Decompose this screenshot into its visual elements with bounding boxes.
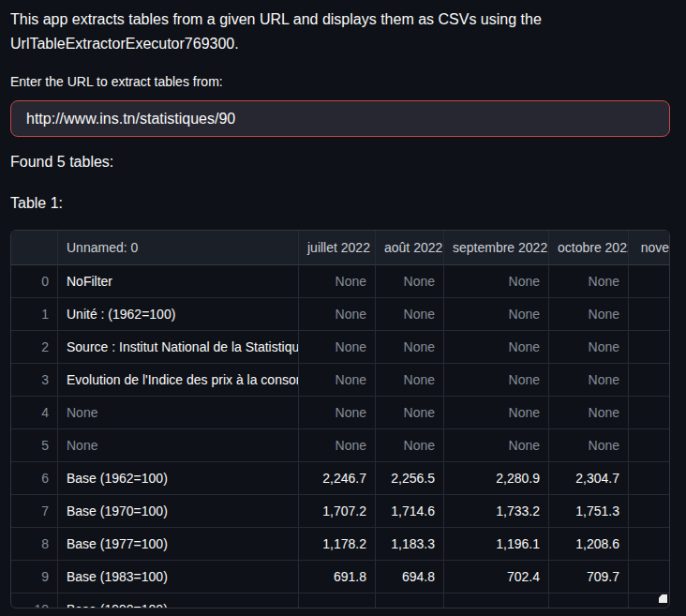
table-cell[interactable]: None [549,364,629,397]
table-cell[interactable]: 9 [11,561,58,593]
table-cell[interactable]: None [549,429,629,462]
table-cell[interactable]: 1,196.1 [444,528,549,561]
table-cell[interactable]: NoFilter [58,265,299,298]
table-cell[interactable]: 1,751.3 [549,495,629,528]
table-row: 2Source : Institut National de la Statis… [11,331,669,364]
table-row: 3Evolution de l'Indice des prix à la con… [11,364,669,397]
table-cell[interactable]: 1,733.2 [444,495,549,528]
table-cell[interactable]: None [376,364,444,397]
url-input[interactable] [10,100,670,137]
table-cell[interactable] [376,593,444,608]
column-header[interactable]: juillet 2022 [299,231,376,265]
table-cell[interactable]: 702.4 [444,561,549,593]
table-cell[interactable]: 10 [11,593,58,608]
table-row: 0NoFilterNoneNoneNoneNone [11,265,669,298]
url-input-label: Enter the URL to extract tables from: [10,73,223,90]
table-cell[interactable]: 1,714.6 [376,495,444,528]
table-row: 10Base (1990=100) [11,593,669,608]
column-header[interactable] [11,231,58,265]
table-row: 7Base (1970=100)1,707.21,714.61,733.21,7… [11,495,669,528]
table-caption: Table 1: [10,194,63,212]
table-cell[interactable]: 1,707.2 [299,495,376,528]
table-cell[interactable]: None [376,331,444,364]
app-content: This app extracts tables from a given UR… [10,0,670,616]
column-header[interactable]: Unnamed: 0 [58,231,299,265]
table-cell[interactable]: None [299,331,376,364]
table-cell[interactable]: Base (1990=100) [58,593,299,608]
found-tables-text: Found 5 tables: [10,153,113,171]
table-cell[interactable]: 5 [11,429,58,462]
table-cell[interactable]: 1,178.2 [299,528,376,561]
table-header-row: Unnamed: 0juillet 2022août 2022septembre… [11,231,669,265]
table-cell[interactable] [629,528,670,561]
table-cell[interactable]: 2,256.5 [376,462,444,495]
table-cell[interactable]: Source : Institut National de la Statist… [58,331,299,364]
table-cell[interactable]: Evolution de l'Indice des prix à la cons… [58,364,299,397]
table-cell[interactable]: None [444,265,549,298]
table-cell[interactable]: None [549,265,629,298]
table-cell[interactable] [629,495,670,528]
table-row: 1Unité : (1962=100)NoneNoneNoneNone [11,298,669,331]
table-cell[interactable]: Unité : (1962=100) [58,298,299,331]
table-cell[interactable]: None [299,397,376,429]
table-cell[interactable]: None [549,397,629,429]
table-row: 4NoneNoneNoneNoneNone [11,397,669,429]
column-header[interactable]: septembre 2022 [444,231,549,265]
table-cell[interactable]: 6 [11,462,58,495]
table-cell[interactable]: Base (1970=100) [58,495,299,528]
table-cell[interactable]: 694.8 [376,561,444,593]
table-cell[interactable]: None [549,331,629,364]
table-cell[interactable]: None [444,364,549,397]
table-cell[interactable]: 3 [11,364,58,397]
table-cell[interactable]: 4 [11,397,58,429]
table-row: 9Base (1983=100)691.8694.8702.4709.7 [11,561,669,593]
table-row: 6Base (1962=100)2,246.72,256.52,280.92,3… [11,462,669,495]
column-header[interactable]: octobre 2022 [549,231,629,265]
table-cell[interactable]: 0 [11,265,58,298]
table-cell[interactable]: 2,246.7 [299,462,376,495]
table-cell[interactable] [629,298,670,331]
table-cell[interactable]: Base (1977=100) [58,528,299,561]
app-description: This app extracts tables from a given UR… [10,8,670,56]
table-cell[interactable]: None [376,429,444,462]
table-cell[interactable]: 2,304.7 [549,462,629,495]
table-cell[interactable] [549,593,629,608]
table-cell[interactable]: None [444,298,549,331]
table-cell[interactable]: Base (1962=100) [58,462,299,495]
table-cell[interactable] [299,593,376,608]
table-cell[interactable]: 691.8 [299,561,376,593]
table-cell[interactable]: None [376,298,444,331]
table-cell[interactable]: 1,208.6 [549,528,629,561]
table-cell[interactable] [629,397,670,429]
column-header[interactable]: août 2022 [376,231,444,265]
table-cell[interactable]: 7 [11,495,58,528]
table-cell[interactable]: 2,280.9 [444,462,549,495]
table-cell[interactable]: None [549,298,629,331]
table-cell[interactable]: None [299,265,376,298]
table-cell[interactable]: None [444,331,549,364]
table-cell[interactable] [629,265,670,298]
table-cell[interactable] [629,561,670,593]
table-cell[interactable]: None [58,397,299,429]
table-cell[interactable] [629,462,670,495]
table-cell[interactable] [629,364,670,397]
table-cell[interactable]: None [376,397,444,429]
table-cell[interactable] [629,429,670,462]
table-cell[interactable] [444,593,549,608]
table-cell[interactable]: 2 [11,331,58,364]
dataframe[interactable]: Unnamed: 0juillet 2022août 2022septembre… [10,230,670,608]
table-cell[interactable]: 8 [11,528,58,561]
table-cell[interactable]: None [58,429,299,462]
table-cell[interactable]: 1,183.3 [376,528,444,561]
table-cell[interactable]: None [299,429,376,462]
column-header[interactable]: novembre 2022 [629,231,670,265]
table-cell[interactable]: None [444,429,549,462]
table-cell[interactable]: None [299,364,376,397]
table-cell[interactable]: None [444,397,549,429]
table-cell[interactable] [629,331,670,364]
table-cell[interactable]: None [299,298,376,331]
table-cell[interactable]: Base (1983=100) [58,561,299,593]
table-cell[interactable]: 1 [11,298,58,331]
table-cell[interactable]: None [376,265,444,298]
table-cell[interactable]: 709.7 [549,561,629,593]
